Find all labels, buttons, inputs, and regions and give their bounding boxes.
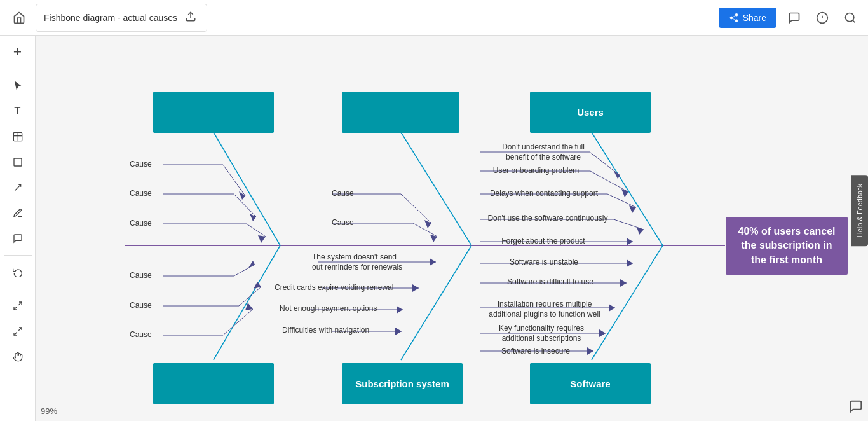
delays-label: Delays when contacting support bbox=[480, 189, 607, 199]
credit-cards-label: Credit cards expire voiding renewal bbox=[275, 283, 414, 293]
hand-tool[interactable] bbox=[6, 345, 29, 368]
benefit-label: Don't understand the fullbenefit of the … bbox=[480, 142, 606, 162]
zoom-indicator: 99% bbox=[41, 406, 57, 416]
upload-button[interactable] bbox=[182, 8, 199, 27]
cause-1: Cause bbox=[130, 160, 152, 169]
svg-rect-11 bbox=[13, 132, 22, 141]
svg-marker-72 bbox=[627, 238, 633, 245]
svg-marker-70 bbox=[637, 227, 644, 235]
subscriptions-label: Key functionality requiresadditional sub… bbox=[478, 324, 605, 343]
svg-marker-29 bbox=[239, 191, 245, 200]
add-button[interactable]: + bbox=[6, 41, 29, 64]
main-area: + T bbox=[0, 36, 868, 421]
diagram-title: Fishbone diagram - actual causes bbox=[44, 13, 177, 23]
svg-line-23 bbox=[401, 132, 471, 245]
forget-label: Forget about the product bbox=[480, 237, 606, 247]
svg-line-22 bbox=[214, 245, 280, 360]
svg-line-19 bbox=[18, 328, 22, 331]
svg-marker-61 bbox=[614, 171, 620, 179]
svg-line-17 bbox=[14, 307, 17, 310]
svg-marker-64 bbox=[621, 189, 628, 197]
svg-marker-76 bbox=[620, 279, 627, 287]
svg-line-40 bbox=[239, 287, 261, 306]
result-text: 40% of users cancel the subscription in … bbox=[733, 224, 840, 267]
svg-marker-67 bbox=[629, 205, 636, 213]
text-tool[interactable]: T bbox=[6, 100, 29, 123]
svg-line-5 bbox=[732, 15, 735, 17]
share-button[interactable]: Share bbox=[719, 8, 776, 28]
mid-cause-1: Cause bbox=[332, 189, 354, 198]
box-bot1 bbox=[153, 363, 274, 404]
sticky-tool[interactable] bbox=[6, 125, 29, 148]
svg-point-1 bbox=[735, 13, 738, 16]
svg-line-31 bbox=[234, 194, 256, 217]
svg-line-66 bbox=[607, 194, 636, 207]
svg-marker-53 bbox=[424, 220, 431, 228]
chat-icon-top[interactable] bbox=[784, 8, 804, 28]
separator2 bbox=[4, 255, 32, 256]
feedback-tab[interactable]: Help & Feedback bbox=[851, 175, 868, 246]
unstable-label: Software is unstable bbox=[480, 258, 607, 268]
result-box: 40% of users cancel the subscription in … bbox=[726, 217, 848, 275]
comment-tool[interactable] bbox=[6, 227, 29, 250]
svg-rect-14 bbox=[14, 158, 22, 166]
shape-tool[interactable] bbox=[6, 151, 29, 174]
svg-line-34 bbox=[247, 224, 266, 237]
svg-line-21 bbox=[214, 132, 280, 245]
box-software: Software bbox=[530, 363, 651, 404]
onboarding-label: User onboarding problem bbox=[480, 166, 592, 176]
plugins-label: Installation requires multipleadditional… bbox=[478, 300, 611, 319]
select-tool[interactable] bbox=[6, 74, 29, 97]
line-tool[interactable] bbox=[6, 176, 29, 199]
system-reminder-label: The system doesn't sendout reminders for… bbox=[312, 252, 433, 272]
svg-line-16 bbox=[18, 302, 22, 305]
svg-marker-74 bbox=[627, 259, 633, 267]
svg-point-9 bbox=[846, 13, 854, 21]
svg-marker-32 bbox=[250, 214, 256, 221]
topbar: Fishbone diagram - actual causes Share bbox=[0, 0, 868, 36]
bottom-chat-icon[interactable] bbox=[849, 399, 863, 416]
box-subscription: Subscription system bbox=[342, 363, 463, 404]
fit-view-button[interactable] bbox=[6, 294, 29, 317]
info-icon[interactable] bbox=[812, 8, 832, 28]
insecure-label: Software is insecure bbox=[478, 347, 593, 357]
svg-line-37 bbox=[234, 265, 255, 276]
sidebar: + T bbox=[0, 36, 36, 421]
svg-line-43 bbox=[223, 309, 253, 335]
cause-5: Cause bbox=[130, 301, 152, 310]
payment-options-label: Not enough payment options bbox=[280, 304, 407, 314]
svg-line-15 bbox=[15, 184, 20, 190]
search-icon[interactable] bbox=[840, 8, 860, 28]
pen-tool[interactable] bbox=[6, 202, 29, 224]
cause-2: Cause bbox=[130, 189, 152, 198]
svg-line-18 bbox=[14, 332, 17, 335]
navigation-label: Difficulties with navigation bbox=[282, 326, 403, 336]
expand-button[interactable] bbox=[6, 320, 29, 343]
svg-point-3 bbox=[735, 19, 738, 22]
continuously-label: Don't use the software continuously bbox=[480, 214, 615, 224]
separator bbox=[4, 69, 32, 69]
share-label: Share bbox=[743, 13, 766, 23]
canvas[interactable]: Users Subscription system Software 40% o… bbox=[36, 36, 868, 421]
box-users: Users bbox=[530, 92, 651, 133]
mid-cause-2: Cause bbox=[332, 218, 354, 227]
svg-line-52 bbox=[401, 194, 431, 223]
box-top1 bbox=[153, 92, 274, 133]
separator3 bbox=[4, 289, 32, 289]
box-top2 bbox=[342, 92, 459, 133]
svg-marker-56 bbox=[430, 235, 437, 242]
svg-line-10 bbox=[853, 20, 855, 22]
svg-line-69 bbox=[614, 219, 644, 230]
box-subscription-label: Subscription system bbox=[355, 378, 449, 389]
svg-marker-35 bbox=[258, 235, 266, 243]
box-software-label: Software bbox=[570, 378, 610, 389]
difficult-label: Software is difficult to use bbox=[480, 277, 620, 287]
cause-6: Cause bbox=[130, 330, 152, 339]
box-users-label: Users bbox=[577, 107, 604, 118]
svg-line-55 bbox=[413, 223, 437, 237]
svg-marker-38 bbox=[248, 261, 255, 268]
home-button[interactable] bbox=[8, 6, 31, 29]
svg-line-4 bbox=[732, 18, 735, 20]
svg-marker-41 bbox=[254, 282, 261, 289]
undo-button[interactable] bbox=[6, 261, 29, 284]
